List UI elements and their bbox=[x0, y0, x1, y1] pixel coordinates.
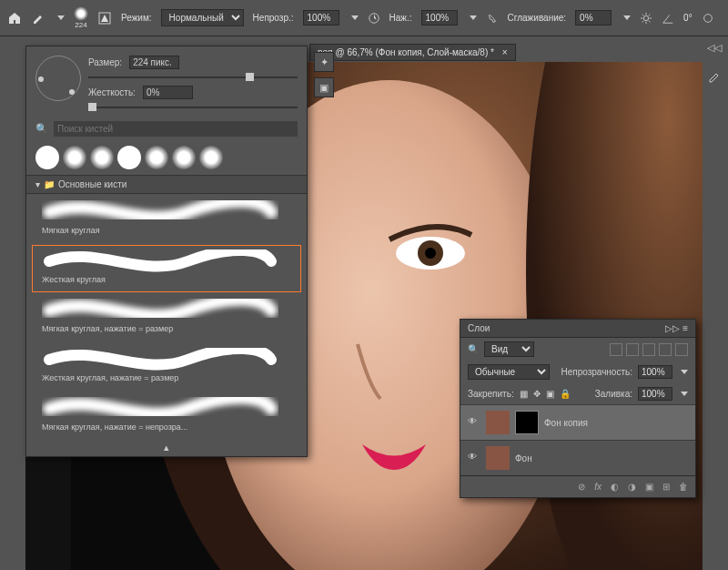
expand-panels-icon[interactable]: ◁◁ bbox=[707, 42, 723, 58]
layer-fill-input[interactable] bbox=[638, 387, 672, 401]
folder-icon: 📁 bbox=[44, 179, 55, 189]
layer-filter-kind[interactable]: Вид bbox=[484, 341, 534, 357]
panel-resize-grip[interactable]: ▴ bbox=[26, 442, 307, 456]
svg-point-3 bbox=[703, 14, 712, 22]
lock-label: Закрепить: bbox=[468, 389, 514, 399]
brush-swatches-row bbox=[26, 140, 307, 175]
filter-adjust-icon bbox=[626, 343, 639, 356]
left-toolbar bbox=[0, 36, 22, 570]
blend-mode-select[interactable]: Обычные bbox=[468, 364, 550, 380]
size-value[interactable]: 224 пикс. bbox=[129, 56, 179, 69]
blend-mode-select[interactable]: Нормальный bbox=[161, 9, 244, 26]
layers-panel-footer: ⊘ fx ◐ ◑ ▣ ⊞ 🗑 bbox=[460, 475, 695, 497]
adjustment-layer-icon[interactable]: ◑ bbox=[628, 482, 636, 492]
flow-input[interactable] bbox=[421, 10, 458, 25]
brush-angle-control[interactable] bbox=[35, 56, 81, 101]
layer-row[interactable]: 👁 Фон bbox=[460, 440, 695, 475]
smoothing-label: Сглаживание: bbox=[508, 13, 567, 23]
layer-fx-icon[interactable]: fx bbox=[594, 482, 602, 492]
brush-preview-swatch[interactable]: 224 bbox=[74, 5, 88, 31]
size-slider-label: Размер: bbox=[88, 57, 122, 67]
folder-toggle-icon: ▾ bbox=[35, 179, 40, 189]
filter-pixel-icon bbox=[610, 343, 622, 356]
hardness-value[interactable]: 0% bbox=[143, 86, 193, 99]
opacity-input[interactable] bbox=[303, 10, 339, 25]
pressure-opacity-icon[interactable] bbox=[368, 9, 380, 27]
brush-search-input[interactable] bbox=[54, 121, 298, 137]
brush-swatch[interactable] bbox=[63, 146, 86, 169]
layer-row[interactable]: 👁 Фон копия bbox=[460, 404, 695, 440]
layers-panel-title: Слои bbox=[468, 323, 490, 333]
brush-folder-header[interactable]: ▾ 📁 Основные кисти bbox=[26, 175, 307, 194]
right-panel-strip: ◁◁ bbox=[703, 36, 728, 570]
brush-swatch[interactable] bbox=[199, 146, 223, 169]
lock-all-icon[interactable]: 🔒 bbox=[560, 389, 571, 399]
filter-type-icon bbox=[642, 343, 655, 356]
angle-value: 0° bbox=[683, 13, 693, 23]
presets-chevron-icon[interactable] bbox=[55, 9, 65, 27]
mode-label: Режим: bbox=[121, 13, 152, 23]
opacity-label: Непрозр.: bbox=[253, 13, 294, 23]
brush-preset-row[interactable]: Жесткая круглая bbox=[32, 245, 301, 292]
layer-mask-icon[interactable]: ◐ bbox=[611, 482, 619, 492]
brush-swatch[interactable] bbox=[35, 146, 59, 169]
brush-preset-panel: ✦ ▣ Размер: 224 пикс. Жесткость: 0% 🔍 bbox=[25, 46, 308, 457]
hardness-slider[interactable] bbox=[88, 107, 298, 108]
layers-panel: Слои ▷▷ ≡ 🔍 Вид Обычные Непрозрачность: … bbox=[460, 319, 696, 498]
brush-preset-row[interactable]: Мягкая круглая bbox=[32, 196, 301, 243]
svg-point-2 bbox=[643, 15, 648, 20]
layer-mask-thumb[interactable] bbox=[515, 411, 539, 434]
smoothing-input[interactable] bbox=[575, 10, 612, 25]
brush-name: Мягкая круглая, нажатие = размер bbox=[42, 324, 291, 333]
layer-name[interactable]: Фон копия bbox=[544, 418, 588, 428]
brush-swatch[interactable] bbox=[117, 146, 141, 169]
flow-label: Наж.: bbox=[389, 13, 412, 23]
collapse-panel-icon[interactable]: ▷▷ ≡ bbox=[665, 323, 688, 333]
brush-panel-icon[interactable] bbox=[707, 69, 723, 86]
layer-thumb[interactable] bbox=[486, 446, 510, 470]
lock-artboard-icon[interactable]: ▣ bbox=[546, 389, 554, 399]
layer-thumb[interactable] bbox=[486, 411, 510, 434]
brush-swatch[interactable] bbox=[90, 146, 114, 169]
link-layers-icon[interactable]: ⊘ bbox=[578, 482, 585, 492]
brush-swatch[interactable] bbox=[145, 146, 168, 169]
angle-icon[interactable] bbox=[662, 9, 674, 27]
layer-group-icon[interactable]: ▣ bbox=[645, 482, 653, 492]
hardness-slider-label: Жесткость: bbox=[88, 87, 136, 97]
close-tab-icon[interactable]: × bbox=[502, 47, 508, 57]
lock-position-icon[interactable]: ✥ bbox=[533, 389, 541, 399]
visibility-eye-icon[interactable]: 👁 bbox=[468, 452, 480, 464]
delete-layer-icon[interactable]: 🗑 bbox=[679, 482, 688, 492]
brush-list: Мягкая круглаяЖесткая круглаяМягкая круг… bbox=[26, 194, 307, 442]
pressure-size-icon[interactable] bbox=[702, 9, 714, 27]
brush-preset-row[interactable]: Мягкая круглая, нажатие = размер bbox=[32, 294, 301, 341]
brush-settings-icon[interactable] bbox=[97, 9, 112, 27]
visibility-eye-icon[interactable]: 👁 bbox=[468, 416, 480, 429]
home-icon[interactable] bbox=[7, 9, 22, 27]
brush-name: Жесткая круглая, нажатие = размер bbox=[42, 373, 291, 382]
brush-swatch[interactable] bbox=[172, 146, 196, 169]
brush-name: Мягкая круглая bbox=[42, 226, 291, 235]
layer-opacity-input[interactable] bbox=[638, 365, 672, 379]
layer-filter-icons[interactable] bbox=[610, 343, 688, 356]
new-brush-icon[interactable]: ✦ bbox=[314, 52, 334, 72]
brush-tool-icon[interactable] bbox=[31, 9, 46, 27]
size-slider[interactable] bbox=[88, 76, 298, 78]
options-bar: 224 Режим: Нормальный Непрозр.: Наж.: Сг… bbox=[0, 0, 728, 36]
gear-icon[interactable] bbox=[640, 9, 652, 27]
layer-name[interactable]: Фон bbox=[515, 453, 532, 463]
brush-preset-row[interactable]: Мягкая круглая, нажатие = непрозра... bbox=[32, 392, 301, 440]
svg-point-12 bbox=[425, 248, 436, 259]
airbrush-icon[interactable] bbox=[486, 9, 499, 27]
brush-preset-row[interactable]: Жесткая круглая, нажатие = размер bbox=[32, 343, 301, 391]
brush-size-display: 224 bbox=[75, 21, 86, 29]
new-layer-icon[interactable]: ⊞ bbox=[662, 482, 670, 492]
brush-name: Мягкая круглая, нажатие = непрозра... bbox=[42, 422, 291, 432]
search-icon: 🔍 bbox=[35, 123, 48, 135]
lock-pixels-icon[interactable]: ▦ bbox=[520, 389, 528, 399]
brush-liveshape-icon[interactable]: ▣ bbox=[314, 77, 334, 97]
opacity-label: Непрозрачность: bbox=[561, 367, 632, 377]
document-tab[interactable]: peg @ 66,7% (Фон копия, Слой-маска/8) * … bbox=[309, 44, 516, 61]
filter-smart-icon bbox=[675, 343, 688, 356]
filter-shape-icon bbox=[659, 343, 672, 356]
